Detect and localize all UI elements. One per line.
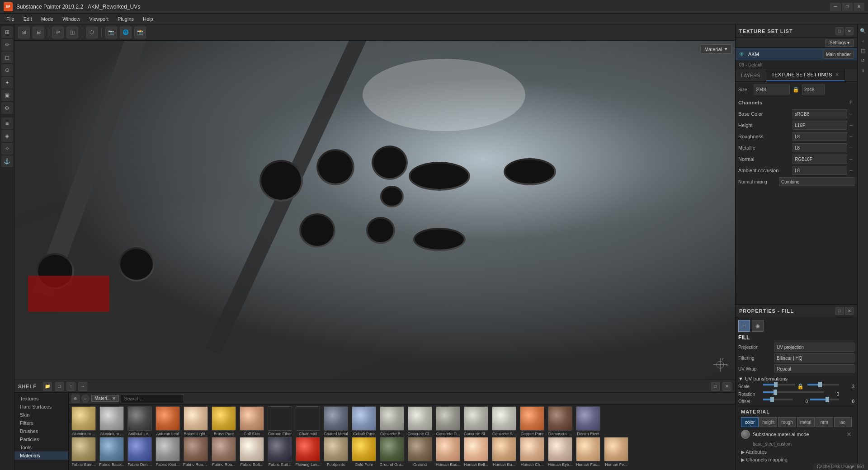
menu-item-window[interactable]: Window [58,15,85,23]
material-item-12[interactable]: Concrete Cl... [407,406,433,436]
material-item-13[interactable]: Concrete D... [435,406,461,436]
channel-remove-btn[interactable]: − [847,133,854,140]
effects-tool[interactable]: ✧ [1,143,13,155]
channel-type-select[interactable]: L16F [793,121,847,130]
tsl-shader-select[interactable]: Main shader [824,50,854,59]
props-pop-btn[interactable]: □ [835,307,844,315]
channel-type-select[interactable]: L8 [793,132,847,141]
props-close-btn[interactable]: ✕ [845,307,854,315]
material-item-2[interactable]: Artificial Le... [127,406,153,436]
scale-slider2-thumb[interactable] [818,382,822,387]
paint-tool[interactable]: ✏ [1,39,13,51]
minimize-button[interactable]: ─ [830,3,841,11]
channel-remove-btn[interactable]: − [847,122,854,129]
material-item2-1[interactable]: Fabric Base... [99,437,125,467]
offset-slider2-container[interactable] [810,399,839,404]
tsl-close-btn[interactable]: ✕ [845,27,854,35]
menu-item-viewport[interactable]: Viewport [85,15,113,23]
shelf-add-btn[interactable]: □ [55,382,64,391]
shelf-import-btn[interactable]: ↑ [66,382,75,391]
material-item2-9[interactable]: Footprints [323,437,349,467]
material-item2-4[interactable]: Fabric Roug... [183,437,209,467]
mat-type-btn-rough[interactable]: rough [778,417,796,427]
channel-type-select[interactable]: RGB16F [793,155,847,164]
maximize-button[interactable]: □ [842,3,853,11]
material-item2-8[interactable]: Flowing Lav... [295,437,321,467]
material-item2-16[interactable]: Human Ch... [519,437,545,467]
rotation-slider-container[interactable] [763,391,824,397]
channel-remove-btn[interactable]: − [847,110,854,118]
shelf-cat-brushes[interactable]: Brushes [14,427,68,435]
material-item-18[interactable]: Denim Rivet [575,406,601,436]
material-dropdown[interactable]: Material ▾ [700,44,731,54]
env-btn[interactable]: 🌐 [120,27,132,38]
tsl-settings-btn[interactable]: Settings ▾ [826,39,854,47]
scale-slider[interactable] [763,384,795,385]
props-layer-icon[interactable]: ≡ [738,320,750,332]
material-item2-0[interactable]: Fabric Bam... [71,437,97,467]
rotation-slider[interactable] [763,391,824,393]
tsl-item[interactable]: 👁 AKM Main shader [736,48,857,61]
filter-circle-btn[interactable]: ○ [81,395,90,403]
right-history-icon[interactable]: ↺ [859,56,868,65]
material-item-14[interactable]: Concrete Sl... [463,406,489,436]
shelf-folder-btn[interactable]: 📁 [43,382,52,391]
shelf-minimize-btn[interactable]: □ [711,382,720,391]
channel-remove-btn[interactable]: − [847,144,854,151]
render-btn[interactable]: 📸 [134,27,146,38]
scale-lock-icon[interactable]: 🔒 [797,383,804,390]
settings-tool[interactable]: ⚙ [1,102,13,114]
right-search-icon[interactable]: 🔍 [859,26,868,35]
tab-tss[interactable]: TEXTURE SET SETTINGS ✕ [766,69,845,81]
material-item2-11[interactable]: Ground Gra... [379,437,405,467]
tab-tss-close[interactable]: ✕ [835,72,839,77]
material-item2-7[interactable]: Fabric Suit... [267,437,293,467]
offset-slider-container[interactable] [763,399,793,404]
channels-mapping-toggle[interactable]: ▶ Channels mapping [741,457,852,463]
view-btn[interactable]: ⬡ [86,27,98,38]
mat-type-btn-height[interactable]: height [760,417,777,427]
grid-btn[interactable]: ⊞ [18,27,30,38]
mat-type-btn-metal[interactable]: metal [797,417,815,427]
shelf-cat-hard[interactable]: Hard Surfaces [14,403,68,411]
mask-tool[interactable]: ◈ [1,130,13,142]
normal-mixing-select[interactable]: Combine [779,177,854,186]
filtering-select[interactable]: Bilinear | HQ [774,353,854,362]
shelf-cat-skin[interactable]: Skin [14,411,68,419]
mat-mode-close[interactable]: ✕ [846,431,852,438]
material-item2-2[interactable]: Fabric Deni... [127,437,153,467]
offset-slider-thumb[interactable] [770,397,774,402]
material-item-8[interactable]: Chainmail [295,406,321,436]
offset-slider[interactable] [763,399,793,400]
tab-layers[interactable]: LAYERS [736,70,766,81]
material-item2-14[interactable]: Human Bell... [463,437,489,467]
add-channel-btn[interactable]: + [847,98,854,105]
material-item-7[interactable]: Carbon Fiber [267,406,293,436]
right-tex-icon[interactable]: ◫ [859,46,868,55]
visibility-icon[interactable]: 👁 [739,51,745,57]
uv-wrap-select[interactable]: Repeat [774,364,854,373]
filter-icon-btn[interactable]: ⊛ [71,395,80,403]
grid2-btn[interactable]: ⊟ [33,27,44,38]
material-item-4[interactable]: Baked Light_ [183,406,209,436]
channel-remove-btn[interactable]: − [847,155,854,163]
filter-tag-materi[interactable]: Materi... ✕ [91,395,119,402]
right-info-icon[interactable]: ℹ [859,66,868,75]
material-item-5[interactable]: Brass Pure [211,406,237,436]
material-item2-18[interactable]: Human Fac... [575,437,601,467]
shelf-close-btn[interactable]: ✕ [722,382,731,391]
material-item2-6[interactable]: Fabric Soft... [239,437,265,467]
material-item-17[interactable]: Damascus ... [547,406,573,436]
size-input[interactable] [802,85,825,94]
right-layer-icon[interactable]: ≡ [859,36,868,45]
scale-slider-container[interactable] [763,384,795,389]
layers-tool[interactable]: ≡ [1,118,13,129]
shelf-cat-tools[interactable]: Tools [14,443,68,451]
shelf-cat-filters[interactable]: Filters [14,419,68,427]
sym-btn[interactable]: ⇌ [52,27,64,38]
channel-type-select[interactable]: L8 [793,143,847,152]
material-item-0[interactable]: Aluminium ... [71,406,97,436]
material-item-10[interactable]: Cobalt Pure [351,406,377,436]
size-select[interactable]: 2048 1024 4096 [754,85,790,94]
filter-tag-close[interactable]: ✕ [112,396,116,401]
